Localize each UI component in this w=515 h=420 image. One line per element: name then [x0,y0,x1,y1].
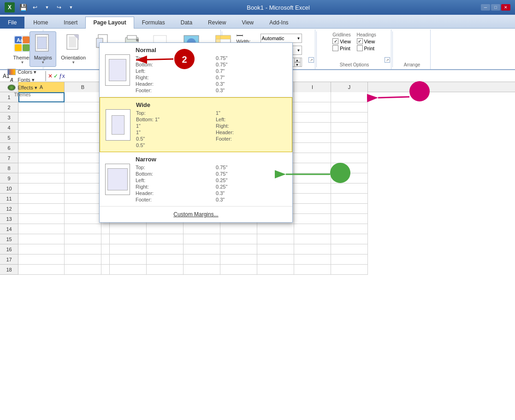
cell-H16[interactable] [257,244,294,254]
cell-B14[interactable] [65,224,101,234]
cell-G14[interactable] [220,224,257,234]
cell-A15[interactable] [18,234,65,244]
function-icon[interactable]: ƒx [59,73,65,79]
cell-C15[interactable] [101,234,110,244]
cell-J13[interactable] [331,214,368,224]
cell-E16[interactable] [147,244,184,254]
cell-H15[interactable] [257,234,294,244]
cell-A10[interactable] [18,183,65,194]
cell-A4[interactable] [18,123,65,133]
cell-J12[interactable] [331,204,368,214]
cell-I9[interactable] [294,173,331,183]
headings-view-check[interactable]: ✓ [357,38,363,44]
margins-normal-option[interactable]: Normal Top: 0.75" Bottom: 0.75" Left: 0.… [100,43,292,97]
cell-D18[interactable] [110,265,147,275]
tab-data[interactable]: Data [173,17,200,29]
fonts-button[interactable]: A Fonts ▾ [6,76,38,83]
cell-E18[interactable] [147,265,184,275]
cell-J15[interactable] [331,234,368,244]
cell-G15[interactable] [220,234,257,244]
margins-button[interactable]: Margins ▼ [30,31,56,67]
cell-A12[interactable] [18,204,65,214]
cell-C14[interactable] [101,224,110,234]
cell-B1[interactable] [65,92,101,102]
confirm-icon[interactable]: ✓ [53,73,58,79]
cell-I1[interactable] [294,92,331,102]
cell-I16[interactable] [294,244,331,254]
cell-J18[interactable] [331,265,368,275]
cell-E15[interactable] [147,234,184,244]
cell-A8[interactable] [18,163,65,173]
cell-B13[interactable] [65,214,101,224]
cell-J3[interactable] [331,112,368,123]
cell-G16[interactable] [220,244,257,254]
row-7[interactable]: 7 [0,153,18,163]
cell-B16[interactable] [65,244,101,254]
cell-B10[interactable] [65,183,101,194]
cell-I10[interactable] [294,183,331,194]
cell-B18[interactable] [65,265,101,275]
cell-J16[interactable] [331,244,368,254]
row-18[interactable]: 18 [0,265,18,275]
cell-A18[interactable] [18,265,65,275]
customize-btn[interactable]: ▼ [66,3,76,12]
cell-B12[interactable] [65,204,101,214]
cell-B9[interactable] [65,173,101,183]
cell-D17[interactable] [110,254,147,265]
scale-down-btn[interactable]: ▼ [294,62,301,67]
cell-J2[interactable] [331,102,368,112]
cell-C16[interactable] [101,244,110,254]
cell-J17[interactable] [331,254,368,265]
cell-A11[interactable] [18,194,65,204]
orientation-button[interactable]: Orientation ▼ [58,31,89,67]
row-11[interactable]: 11 [0,194,18,204]
cell-I12[interactable] [294,204,331,214]
cell-B15[interactable] [65,234,101,244]
cell-D15[interactable] [110,234,147,244]
save-btn[interactable]: 💾 [18,3,28,12]
cell-J4[interactable] [331,123,368,133]
width-select[interactable]: Automatic ▼ [260,34,302,43]
cell-I13[interactable] [294,214,331,224]
tab-formulas[interactable]: Formulas [134,17,173,29]
cell-H18[interactable] [257,265,294,275]
cell-C18[interactable] [101,265,110,275]
cell-B5[interactable] [65,133,101,143]
row-9[interactable]: 9 [0,173,18,183]
cell-I18[interactable] [294,265,331,275]
undo-btn[interactable]: ↩ [30,3,40,12]
headings-print-check[interactable] [357,45,363,51]
cell-B4[interactable] [65,123,101,133]
cell-I8[interactable] [294,163,331,173]
cell-A16[interactable] [18,244,65,254]
cell-G17[interactable] [220,254,257,265]
cell-A13[interactable] [18,214,65,224]
margins-narrow-option[interactable]: Narrow Top: 0.75" Bottom: 0.75" Left: 0.… [100,152,292,207]
cell-J7[interactable] [331,153,368,163]
cell-J6[interactable] [331,143,368,153]
cell-A7[interactable] [18,153,65,163]
cell-J1[interactable] [331,92,368,102]
row-13[interactable]: 13 [0,214,18,224]
cell-J14[interactable] [331,224,368,234]
cell-I11[interactable] [294,194,331,204]
row-6[interactable]: 6 [0,143,18,153]
cell-A3[interactable] [18,112,65,123]
cell-I2[interactable] [294,102,331,112]
cell-F15[interactable] [184,234,220,244]
row-17[interactable]: 17 [0,254,18,265]
cell-B6[interactable] [65,143,101,153]
tab-page-layout[interactable]: Page Layout [85,17,134,29]
scale-expand[interactable]: ↗ [308,57,314,63]
cell-F16[interactable] [184,244,220,254]
maximize-btn[interactable]: □ [491,4,500,11]
cell-I15[interactable] [294,234,331,244]
cell-B8[interactable] [65,163,101,173]
scale-up-btn[interactable]: ▲ [294,58,301,62]
sheet-options-expand[interactable]: ↗ [385,57,390,63]
row-3[interactable]: 3 [0,112,18,123]
cell-J5[interactable] [331,133,368,143]
tab-file[interactable]: File [0,17,24,29]
row-15[interactable]: 15 [0,234,18,244]
cell-B11[interactable] [65,194,101,204]
